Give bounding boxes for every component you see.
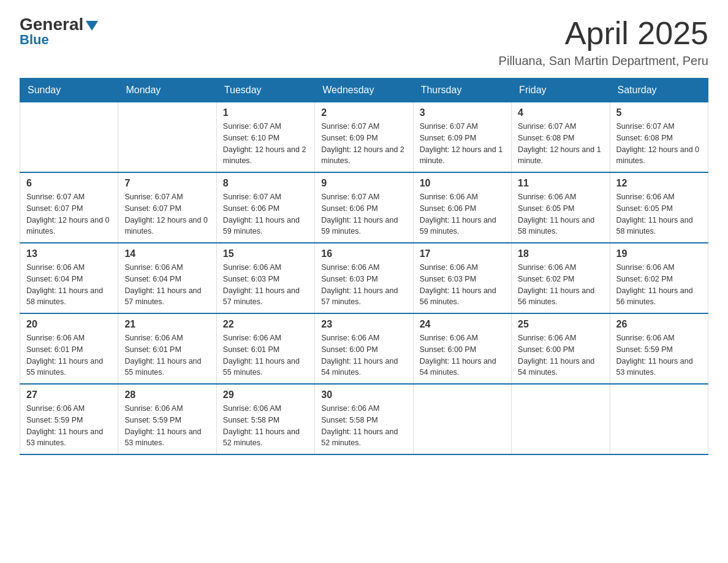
week-row-2: 6Sunrise: 6:07 AM Sunset: 6:07 PM Daylig… — [20, 172, 708, 243]
day-number: 5 — [616, 107, 702, 118]
day-info: Sunrise: 6:06 AM Sunset: 6:05 PM Dayligh… — [518, 191, 603, 237]
day-number: 15 — [223, 248, 308, 259]
week-row-1: 1Sunrise: 6:07 AM Sunset: 6:10 PM Daylig… — [20, 102, 708, 173]
day-info: Sunrise: 6:06 AM Sunset: 6:02 PM Dayligh… — [616, 262, 702, 308]
day-cell — [20, 102, 118, 173]
day-number: 1 — [223, 107, 308, 118]
logo-blue-text: Blue — [20, 32, 49, 48]
header-sunday: Sunday — [20, 79, 118, 102]
day-info: Sunrise: 6:06 AM Sunset: 6:00 PM Dayligh… — [321, 332, 406, 378]
day-number: 23 — [321, 319, 406, 330]
day-cell: 9Sunrise: 6:07 AM Sunset: 6:06 PM Daylig… — [315, 172, 413, 243]
day-cell: 13Sunrise: 6:06 AM Sunset: 6:04 PM Dayli… — [20, 243, 118, 313]
day-cell: 14Sunrise: 6:06 AM Sunset: 6:04 PM Dayli… — [118, 243, 216, 313]
day-number: 7 — [124, 178, 210, 189]
day-cell: 18Sunrise: 6:06 AM Sunset: 6:02 PM Dayli… — [512, 243, 610, 313]
day-info: Sunrise: 6:06 AM Sunset: 6:05 PM Dayligh… — [616, 191, 702, 237]
day-info: Sunrise: 6:07 AM Sunset: 6:09 PM Dayligh… — [420, 121, 505, 167]
day-number: 22 — [223, 319, 308, 330]
day-cell: 19Sunrise: 6:06 AM Sunset: 6:02 PM Dayli… — [610, 243, 708, 313]
day-number: 3 — [420, 107, 505, 118]
day-cell: 2Sunrise: 6:07 AM Sunset: 6:09 PM Daylig… — [315, 102, 413, 173]
day-number: 28 — [124, 389, 210, 400]
day-cell: 25Sunrise: 6:06 AM Sunset: 6:00 PM Dayli… — [512, 313, 610, 384]
day-number: 18 — [518, 248, 603, 259]
day-number: 30 — [321, 389, 406, 400]
day-cell: 17Sunrise: 6:06 AM Sunset: 6:03 PM Dayli… — [413, 243, 511, 313]
week-row-4: 20Sunrise: 6:06 AM Sunset: 6:01 PM Dayli… — [20, 313, 708, 384]
day-number: 4 — [518, 107, 603, 118]
day-cell: 11Sunrise: 6:06 AM Sunset: 6:05 PM Dayli… — [512, 172, 610, 243]
calendar-header-row: SundayMondayTuesdayWednesdayThursdayFrid… — [20, 79, 708, 102]
day-info: Sunrise: 6:06 AM Sunset: 5:59 PM Dayligh… — [124, 403, 210, 449]
day-number: 2 — [321, 107, 406, 118]
day-info: Sunrise: 6:06 AM Sunset: 6:02 PM Dayligh… — [518, 262, 603, 308]
logo-triangle-icon — [86, 21, 98, 31]
day-cell: 30Sunrise: 6:06 AM Sunset: 5:58 PM Dayli… — [315, 384, 413, 454]
title-section: April 2025 Pilluana, San Martin Departme… — [499, 15, 708, 68]
day-cell: 28Sunrise: 6:06 AM Sunset: 5:59 PM Dayli… — [118, 384, 216, 454]
day-info: Sunrise: 6:06 AM Sunset: 6:00 PM Dayligh… — [420, 332, 505, 378]
day-cell — [512, 384, 610, 454]
day-info: Sunrise: 6:07 AM Sunset: 6:06 PM Dayligh… — [223, 191, 308, 237]
header-monday: Monday — [118, 79, 216, 102]
day-number: 16 — [321, 248, 406, 259]
day-number: 19 — [616, 248, 702, 259]
day-cell: 24Sunrise: 6:06 AM Sunset: 6:00 PM Dayli… — [413, 313, 511, 384]
day-cell: 15Sunrise: 6:06 AM Sunset: 6:03 PM Dayli… — [216, 243, 314, 313]
header-wednesday: Wednesday — [315, 79, 413, 102]
day-cell: 4Sunrise: 6:07 AM Sunset: 6:08 PM Daylig… — [512, 102, 610, 173]
day-info: Sunrise: 6:07 AM Sunset: 6:08 PM Dayligh… — [518, 121, 603, 167]
day-info: Sunrise: 6:07 AM Sunset: 6:07 PM Dayligh… — [26, 191, 112, 237]
day-number: 20 — [26, 319, 112, 330]
day-info: Sunrise: 6:07 AM Sunset: 6:06 PM Dayligh… — [321, 191, 406, 237]
day-cell: 3Sunrise: 6:07 AM Sunset: 6:09 PM Daylig… — [413, 102, 511, 173]
week-row-3: 13Sunrise: 6:06 AM Sunset: 6:04 PM Dayli… — [20, 243, 708, 313]
day-info: Sunrise: 6:07 AM Sunset: 6:07 PM Dayligh… — [124, 191, 210, 237]
day-cell: 26Sunrise: 6:06 AM Sunset: 5:59 PM Dayli… — [610, 313, 708, 384]
day-cell: 5Sunrise: 6:07 AM Sunset: 6:08 PM Daylig… — [610, 102, 708, 173]
day-number: 13 — [26, 248, 112, 259]
day-number: 17 — [420, 248, 505, 259]
day-info: Sunrise: 6:06 AM Sunset: 5:59 PM Dayligh… — [616, 332, 702, 378]
day-cell — [118, 102, 216, 173]
day-info: Sunrise: 6:06 AM Sunset: 6:04 PM Dayligh… — [26, 262, 112, 308]
day-number: 8 — [223, 178, 308, 189]
day-info: Sunrise: 6:07 AM Sunset: 6:08 PM Dayligh… — [616, 121, 702, 167]
day-info: Sunrise: 6:06 AM Sunset: 6:03 PM Dayligh… — [223, 262, 308, 308]
day-info: Sunrise: 6:06 AM Sunset: 6:03 PM Dayligh… — [321, 262, 406, 308]
day-cell: 29Sunrise: 6:06 AM Sunset: 5:58 PM Dayli… — [216, 384, 314, 454]
day-info: Sunrise: 6:06 AM Sunset: 5:58 PM Dayligh… — [223, 403, 308, 449]
day-cell: 20Sunrise: 6:06 AM Sunset: 6:01 PM Dayli… — [20, 313, 118, 384]
day-number: 21 — [124, 319, 210, 330]
day-cell: 7Sunrise: 6:07 AM Sunset: 6:07 PM Daylig… — [118, 172, 216, 243]
day-cell: 6Sunrise: 6:07 AM Sunset: 6:07 PM Daylig… — [20, 172, 118, 243]
month-title: April 2025 — [499, 15, 708, 52]
day-number: 11 — [518, 178, 603, 189]
day-info: Sunrise: 6:07 AM Sunset: 6:10 PM Dayligh… — [223, 121, 308, 167]
day-cell: 22Sunrise: 6:06 AM Sunset: 6:01 PM Dayli… — [216, 313, 314, 384]
day-cell: 12Sunrise: 6:06 AM Sunset: 6:05 PM Dayli… — [610, 172, 708, 243]
day-number: 6 — [26, 178, 112, 189]
day-info: Sunrise: 6:06 AM Sunset: 6:04 PM Dayligh… — [124, 262, 210, 308]
header-friday: Friday — [512, 79, 610, 102]
day-cell: 27Sunrise: 6:06 AM Sunset: 5:59 PM Dayli… — [20, 384, 118, 454]
day-info: Sunrise: 6:06 AM Sunset: 6:03 PM Dayligh… — [420, 262, 505, 308]
logo: General Blue — [20, 15, 98, 48]
day-number: 25 — [518, 319, 603, 330]
location-title: Pilluana, San Martin Department, Peru — [499, 54, 708, 68]
day-cell: 23Sunrise: 6:06 AM Sunset: 6:00 PM Dayli… — [315, 313, 413, 384]
day-number: 27 — [26, 389, 112, 400]
day-number: 24 — [420, 319, 505, 330]
day-cell: 8Sunrise: 6:07 AM Sunset: 6:06 PM Daylig… — [216, 172, 314, 243]
day-info: Sunrise: 6:06 AM Sunset: 5:58 PM Dayligh… — [321, 403, 406, 449]
day-number: 26 — [616, 319, 702, 330]
day-cell: 21Sunrise: 6:06 AM Sunset: 6:01 PM Dayli… — [118, 313, 216, 384]
day-cell — [610, 384, 708, 454]
week-row-5: 27Sunrise: 6:06 AM Sunset: 5:59 PM Dayli… — [20, 384, 708, 454]
day-number: 12 — [616, 178, 702, 189]
day-number: 29 — [223, 389, 308, 400]
day-cell: 16Sunrise: 6:06 AM Sunset: 6:03 PM Dayli… — [315, 243, 413, 313]
calendar-table: SundayMondayTuesdayWednesdayThursdayFrid… — [20, 78, 708, 455]
day-cell: 10Sunrise: 6:06 AM Sunset: 6:06 PM Dayli… — [413, 172, 511, 243]
